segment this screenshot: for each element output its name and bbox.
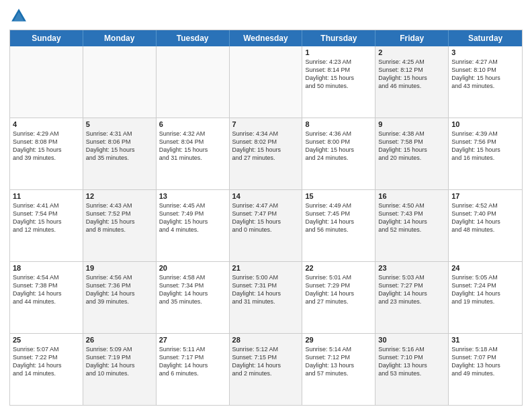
- cal-cell-day-16: 16Sunrise: 4:50 AM Sunset: 7:43 PM Dayli…: [375, 190, 449, 261]
- cell-info: Sunrise: 4:47 AM Sunset: 7:47 PM Dayligh…: [232, 201, 300, 234]
- cal-cell-day-20: 20Sunrise: 4:58 AM Sunset: 7:34 PM Dayli…: [157, 262, 230, 333]
- cal-cell-day-18: 18Sunrise: 4:54 AM Sunset: 7:38 PM Dayli…: [10, 262, 83, 333]
- day-number: 27: [159, 336, 226, 344]
- cell-info: Sunrise: 4:49 AM Sunset: 7:45 PM Dayligh…: [305, 201, 372, 234]
- logo: [9, 7, 31, 26]
- day-number: 12: [86, 192, 153, 200]
- cal-cell-day-22: 22Sunrise: 5:01 AM Sunset: 7:29 PM Dayli…: [302, 262, 375, 333]
- cal-cell-day-9: 9Sunrise: 4:38 AM Sunset: 7:58 PM Daylig…: [375, 118, 449, 189]
- day-number: 30: [378, 336, 445, 344]
- cell-info: Sunrise: 4:31 AM Sunset: 8:06 PM Dayligh…: [86, 130, 153, 163]
- weekday-header-monday: Monday: [83, 30, 157, 46]
- cal-cell-day-6: 6Sunrise: 4:32 AM Sunset: 8:04 PM Daylig…: [157, 118, 230, 189]
- day-number: 15: [305, 192, 372, 200]
- day-number: 29: [305, 336, 372, 344]
- header: [9, 7, 523, 26]
- cal-cell-day-27: 27Sunrise: 5:11 AM Sunset: 7:17 PM Dayli…: [157, 334, 230, 405]
- cal-cell-day-3: 3Sunrise: 4:27 AM Sunset: 8:10 PM Daylig…: [449, 46, 522, 118]
- cal-cell-day-28: 28Sunrise: 5:12 AM Sunset: 7:15 PM Dayli…: [230, 334, 303, 405]
- cal-cell-day-13: 13Sunrise: 4:45 AM Sunset: 7:49 PM Dayli…: [157, 190, 230, 261]
- cell-info: Sunrise: 5:07 AM Sunset: 7:22 PM Dayligh…: [13, 345, 80, 378]
- page: SundayMondayTuesdayWednesdayThursdayFrid…: [0, 0, 532, 411]
- cal-cell-day-21: 21Sunrise: 5:00 AM Sunset: 7:31 PM Dayli…: [230, 262, 303, 333]
- cell-info: Sunrise: 5:01 AM Sunset: 7:29 PM Dayligh…: [305, 273, 372, 306]
- day-number: 7: [232, 120, 300, 128]
- cell-info: Sunrise: 5:18 AM Sunset: 7:07 PM Dayligh…: [451, 345, 519, 378]
- cal-cell-day-14: 14Sunrise: 4:47 AM Sunset: 7:47 PM Dayli…: [230, 190, 303, 261]
- cell-info: Sunrise: 5:12 AM Sunset: 7:15 PM Dayligh…: [232, 345, 300, 378]
- cal-cell-day-7: 7Sunrise: 4:34 AM Sunset: 8:02 PM Daylig…: [230, 118, 303, 189]
- cal-cell-day-26: 26Sunrise: 5:09 AM Sunset: 7:19 PM Dayli…: [83, 334, 157, 405]
- calendar-row-4: 18Sunrise: 4:54 AM Sunset: 7:38 PM Dayli…: [10, 261, 522, 333]
- day-number: 13: [159, 192, 226, 200]
- cal-cell-day-19: 19Sunrise: 4:56 AM Sunset: 7:36 PM Dayli…: [83, 262, 157, 333]
- calendar-body: 1Sunrise: 4:23 AM Sunset: 8:14 PM Daylig…: [10, 46, 522, 405]
- cell-info: Sunrise: 4:27 AM Sunset: 8:10 PM Dayligh…: [451, 58, 519, 91]
- cal-cell-day-12: 12Sunrise: 4:43 AM Sunset: 7:52 PM Dayli…: [83, 190, 157, 261]
- cal-cell-day-4: 4Sunrise: 4:29 AM Sunset: 8:08 PM Daylig…: [10, 118, 83, 189]
- cell-info: Sunrise: 4:45 AM Sunset: 7:49 PM Dayligh…: [159, 201, 226, 234]
- calendar-row-3: 11Sunrise: 4:41 AM Sunset: 7:54 PM Dayli…: [10, 189, 522, 261]
- day-number: 2: [378, 48, 445, 56]
- day-number: 24: [451, 264, 519, 272]
- cell-info: Sunrise: 4:25 AM Sunset: 8:12 PM Dayligh…: [378, 58, 445, 91]
- cell-info: Sunrise: 5:03 AM Sunset: 7:27 PM Dayligh…: [378, 273, 445, 306]
- cal-cell-empty: [83, 46, 157, 118]
- day-number: 11: [13, 192, 80, 200]
- day-number: 25: [13, 336, 80, 344]
- cell-info: Sunrise: 5:05 AM Sunset: 7:24 PM Dayligh…: [451, 273, 519, 306]
- calendar-row-1: 1Sunrise: 4:23 AM Sunset: 8:14 PM Daylig…: [10, 46, 522, 118]
- cell-info: Sunrise: 4:39 AM Sunset: 7:56 PM Dayligh…: [451, 130, 519, 163]
- cal-cell-day-2: 2Sunrise: 4:25 AM Sunset: 8:12 PM Daylig…: [375, 46, 449, 118]
- day-number: 10: [451, 120, 519, 128]
- cell-info: Sunrise: 4:23 AM Sunset: 8:14 PM Dayligh…: [305, 58, 372, 91]
- weekday-header-thursday: Thursday: [302, 30, 375, 46]
- weekday-header-sunday: Sunday: [10, 30, 83, 46]
- cell-info: Sunrise: 5:00 AM Sunset: 7:31 PM Dayligh…: [232, 273, 300, 306]
- cal-cell-day-31: 31Sunrise: 5:18 AM Sunset: 7:07 PM Dayli…: [449, 334, 522, 405]
- calendar-row-2: 4Sunrise: 4:29 AM Sunset: 8:08 PM Daylig…: [10, 118, 522, 189]
- day-number: 14: [232, 192, 300, 200]
- day-number: 16: [378, 192, 445, 200]
- cal-cell-day-10: 10Sunrise: 4:39 AM Sunset: 7:56 PM Dayli…: [449, 118, 522, 189]
- day-number: 23: [378, 264, 445, 272]
- day-number: 21: [232, 264, 300, 272]
- cell-info: Sunrise: 4:56 AM Sunset: 7:36 PM Dayligh…: [86, 273, 153, 306]
- cal-cell-day-23: 23Sunrise: 5:03 AM Sunset: 7:27 PM Dayli…: [375, 262, 449, 333]
- cell-info: Sunrise: 5:11 AM Sunset: 7:17 PM Dayligh…: [159, 345, 226, 378]
- calendar-row-5: 25Sunrise: 5:07 AM Sunset: 7:22 PM Dayli…: [10, 333, 522, 405]
- cell-info: Sunrise: 4:54 AM Sunset: 7:38 PM Dayligh…: [13, 273, 80, 306]
- calendar-header: SundayMondayTuesdayWednesdayThursdayFrid…: [10, 30, 522, 46]
- day-number: 19: [86, 264, 153, 272]
- cal-cell-day-1: 1Sunrise: 4:23 AM Sunset: 8:14 PM Daylig…: [302, 46, 375, 118]
- cell-info: Sunrise: 5:09 AM Sunset: 7:19 PM Dayligh…: [86, 345, 153, 378]
- day-number: 18: [13, 264, 80, 272]
- cal-cell-day-30: 30Sunrise: 5:16 AM Sunset: 7:10 PM Dayli…: [375, 334, 449, 405]
- day-number: 26: [86, 336, 153, 344]
- day-number: 8: [305, 120, 372, 128]
- cell-info: Sunrise: 4:38 AM Sunset: 7:58 PM Dayligh…: [378, 130, 445, 163]
- cell-info: Sunrise: 4:34 AM Sunset: 8:02 PM Dayligh…: [232, 130, 300, 163]
- day-number: 20: [159, 264, 226, 272]
- day-number: 3: [451, 48, 519, 56]
- day-number: 6: [159, 120, 226, 128]
- cal-cell-day-24: 24Sunrise: 5:05 AM Sunset: 7:24 PM Dayli…: [449, 262, 522, 333]
- cell-info: Sunrise: 4:32 AM Sunset: 8:04 PM Dayligh…: [159, 130, 226, 163]
- day-number: 22: [305, 264, 372, 272]
- cal-cell-day-8: 8Sunrise: 4:36 AM Sunset: 8:00 PM Daylig…: [302, 118, 375, 189]
- cell-info: Sunrise: 4:50 AM Sunset: 7:43 PM Dayligh…: [378, 201, 445, 234]
- weekday-header-friday: Friday: [375, 30, 449, 46]
- cal-cell-empty: [157, 46, 230, 118]
- cell-info: Sunrise: 4:58 AM Sunset: 7:34 PM Dayligh…: [159, 273, 226, 306]
- day-number: 31: [451, 336, 519, 344]
- cell-info: Sunrise: 5:14 AM Sunset: 7:12 PM Dayligh…: [305, 345, 372, 378]
- calendar: SundayMondayTuesdayWednesdayThursdayFrid…: [9, 30, 523, 406]
- day-number: 28: [232, 336, 300, 344]
- cal-cell-empty: [10, 46, 83, 118]
- cell-info: Sunrise: 5:16 AM Sunset: 7:10 PM Dayligh…: [378, 345, 445, 378]
- day-number: 1: [305, 48, 372, 56]
- day-number: 4: [13, 120, 80, 128]
- cell-info: Sunrise: 4:43 AM Sunset: 7:52 PM Dayligh…: [86, 201, 153, 234]
- cell-info: Sunrise: 4:52 AM Sunset: 7:40 PM Dayligh…: [451, 201, 519, 234]
- cal-cell-day-29: 29Sunrise: 5:14 AM Sunset: 7:12 PM Dayli…: [302, 334, 375, 405]
